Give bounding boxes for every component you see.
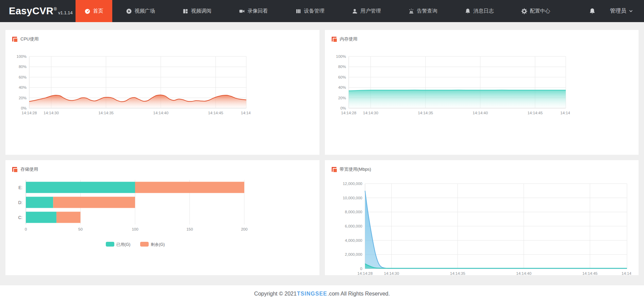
- svg-text:200: 200: [241, 227, 247, 231]
- svg-text:C:: C:: [18, 215, 23, 220]
- svg-text:14:14:45: 14:14:45: [527, 111, 543, 115]
- svg-text:14:14:40: 14:14:40: [516, 271, 531, 275]
- svg-text:14:14:35: 14:14:35: [450, 271, 465, 275]
- svg-text:14:14:30: 14:14:30: [363, 111, 378, 115]
- svg-text:14:14:30: 14:14:30: [384, 271, 399, 275]
- svg-text:100%: 100%: [17, 54, 27, 58]
- svg-text:80%: 80%: [338, 65, 346, 69]
- svg-text:6,000,000: 6,000,000: [345, 224, 362, 228]
- nav-item-label: 视频广场: [135, 8, 155, 14]
- layout-grid-icon: [182, 8, 188, 14]
- nav-item-video-square[interactable]: 视频广场: [117, 0, 164, 22]
- nav-item-home[interactable]: 首页: [76, 0, 112, 22]
- nav-item-devices[interactable]: 设备管理: [286, 0, 333, 22]
- svg-text:14:14:28: 14:14:28: [357, 271, 373, 275]
- panel-header: 带宽使用(Mbps): [332, 166, 632, 172]
- panel-corner-icon: [12, 167, 17, 172]
- svg-text:E:: E:: [18, 185, 22, 190]
- nav-item-label: 视频调阅: [191, 8, 212, 14]
- svg-text:12,000,000: 12,000,000: [343, 182, 362, 186]
- nav-item-label: 告警查询: [417, 8, 437, 14]
- nav-item-users[interactable]: 用户管理: [343, 0, 390, 22]
- nav-item-label: 消息日志: [474, 8, 494, 14]
- svg-text:0%: 0%: [340, 106, 346, 110]
- app-version: v1.1.14: [58, 10, 73, 15]
- svg-text:50: 50: [78, 227, 83, 231]
- svg-text:剩余(G): 剩余(G): [151, 242, 165, 247]
- cpu-usage-chart: 0%20%40%60%80%100%14:14:2814:14:3014:14:…: [12, 52, 313, 120]
- svg-text:14:14:28: 14:14:28: [22, 111, 37, 115]
- nav-item-config[interactable]: 配置中心: [512, 0, 559, 22]
- svg-text:100%: 100%: [336, 54, 346, 58]
- cpu-usage-panel: CPU使用 0%20%40%60%80%100%14:14:2814:14:30…: [5, 30, 319, 155]
- bandwidth-upload-area: [365, 264, 627, 269]
- navbar-right: 管理员: [589, 0, 644, 22]
- svg-text:14:14:40: 14:14:40: [473, 111, 488, 115]
- nav-item-messages[interactable]: 消息日志: [456, 0, 503, 22]
- panel-title: 带宽使用(Mbps): [340, 166, 371, 172]
- bell-icon: [465, 8, 471, 14]
- legend-item-剩余(G)[interactable]: 剩余(G): [140, 242, 165, 247]
- copyright-suffix: .com All Rights Reserved.: [328, 291, 390, 297]
- svg-text:14:14:35: 14:14:35: [98, 111, 114, 115]
- panel-title: CPU使用: [20, 36, 38, 42]
- video-camera-icon: [239, 8, 245, 14]
- user-menu[interactable]: 管理员: [610, 7, 633, 15]
- nav-item-playback[interactable]: 录像回看: [230, 0, 277, 22]
- main-menu: 首页视频广场视频调阅录像回看设备管理用户管理告警查询消息日志配置中心: [76, 0, 564, 22]
- dashboard-icon: [84, 8, 90, 14]
- nav-item-label: 录像回看: [248, 8, 268, 14]
- nav-item-label: 用户管理: [361, 8, 381, 14]
- svg-text:14:14:: 14:14:: [241, 111, 250, 115]
- svg-text:14:14:45: 14:14:45: [208, 111, 223, 115]
- svg-text:14:14:30: 14:14:30: [44, 111, 59, 115]
- svg-text:20%: 20%: [338, 96, 346, 100]
- nav-item-label: 设备管理: [304, 8, 325, 14]
- user-menu-label: 管理员: [610, 7, 626, 15]
- bandwidth-download-area: [365, 191, 627, 269]
- memory-usage-chart: 0%20%40%60%80%100%14:14:2814:14:3014:14:…: [332, 52, 632, 120]
- svg-text:14:14:28: 14:14:28: [341, 111, 356, 115]
- bandwidth-usage-chart: 02,000,0004,000,0006,000,0008,000,00010,…: [332, 180, 632, 275]
- gear-icon: [521, 8, 527, 14]
- panel-corner-icon: [332, 37, 337, 42]
- nav-item-alarms[interactable]: 告警查询: [399, 0, 446, 22]
- storage-usage-panel: 存储使用 050100150200E:D:C:已用(G)剩余(G): [5, 160, 319, 275]
- bandwidth-upload-line: [365, 264, 627, 268]
- device-rack-icon: [295, 8, 301, 14]
- svg-text:4,000,000: 4,000,000: [345, 238, 362, 242]
- play-circle-icon: [126, 8, 132, 14]
- bar-C-剩余(G): [56, 212, 81, 223]
- app-logo: EasyCVR® v1.1.14: [0, 5, 76, 17]
- svg-text:14:14:45: 14:14:45: [582, 271, 597, 275]
- nav-item-video-review[interactable]: 视频调阅: [174, 0, 220, 22]
- svg-text:80%: 80%: [19, 65, 27, 69]
- svg-text:150: 150: [186, 227, 193, 231]
- dashboard-grid: CPU使用 0%20%40%60%80%100%14:14:2814:14:30…: [5, 30, 639, 275]
- bar-E-已用(G): [26, 182, 135, 193]
- panel-title: 内存使用: [340, 36, 358, 42]
- legend-item-已用(G)[interactable]: 已用(G): [106, 242, 130, 247]
- chevron-down-icon: [629, 9, 633, 13]
- svg-text:14:14:: 14:14:: [560, 111, 570, 115]
- panel-header: CPU使用: [12, 36, 313, 42]
- panel-corner-icon: [12, 37, 17, 42]
- bar-D-已用(G): [26, 197, 53, 208]
- panel-header: 存储使用: [12, 166, 313, 172]
- app-name: EasyCVR: [9, 5, 53, 17]
- panel-header: 内存使用: [332, 36, 632, 42]
- bar-D-剩余(G): [53, 197, 135, 208]
- svg-text:14:14:35: 14:14:35: [418, 111, 433, 115]
- svg-text:10,000,000: 10,000,000: [343, 196, 362, 200]
- svg-text:40%: 40%: [19, 85, 27, 89]
- notification-bell-icon[interactable]: [589, 8, 596, 15]
- svg-text:已用(G): 已用(G): [116, 242, 130, 247]
- copyright-footer: Copyright © 2021 TSINGSEE .com All Right…: [0, 285, 644, 302]
- svg-text:D:: D:: [18, 200, 23, 205]
- alarm-siren-icon: [408, 8, 414, 14]
- svg-text:60%: 60%: [338, 75, 346, 79]
- svg-text:0: 0: [360, 267, 362, 271]
- svg-text:20%: 20%: [19, 96, 27, 100]
- brand-link[interactable]: TSINGSEE: [297, 291, 327, 297]
- svg-text:0%: 0%: [21, 106, 27, 110]
